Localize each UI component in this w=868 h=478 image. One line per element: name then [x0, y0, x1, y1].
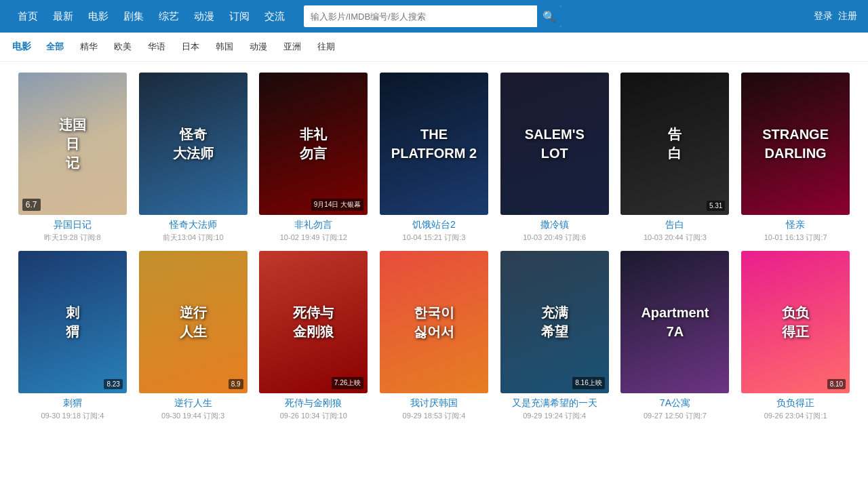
movie-title: 怪奇大法师 [170, 219, 217, 231]
movie-meta: 09-26 23:04 订阅:1 [764, 411, 827, 421]
movie-title: 负负得正 [776, 397, 814, 410]
search-box: 🔍 [304, 5, 561, 27]
movie-poster: 负负 得正8.10 [741, 251, 850, 393]
movie-poster: 한국이 싫어서 [380, 251, 488, 393]
movie-card-r1-6[interactable]: STRANGE DARLING怪亲10-01 16:13 订阅:7 [735, 70, 856, 248]
poster-text: THE PLATFORM 2 [384, 118, 484, 170]
main-nav: 首页最新电影剧集综艺动漫订阅交流 [11, 6, 292, 27]
date-badge: 8.10 [827, 379, 846, 389]
date-badge: 8.23 [104, 379, 122, 389]
movie-card-r2-4[interactable]: 充满 希望8.16上映又是充满希望的一天09-29 19:24 订阅:4 [494, 248, 615, 426]
movie-card-r2-6[interactable]: 负负 得正8.10负负得正09-26 23:04 订阅:1 [735, 248, 856, 426]
movie-meta: 09-29 19:24 订阅:4 [523, 411, 586, 421]
movie-title: 逆行人生 [174, 397, 212, 410]
subnav-item[interactable]: 欧美 [106, 38, 140, 56]
movie-title: 非礼勿言 [294, 219, 332, 231]
movie-card-r2-5[interactable]: Apartment 7A7A公寓09-27 12:50 订阅:7 [615, 248, 736, 426]
movie-card-r1-5[interactable]: 告 白5.31告白10-03 20:44 订阅:3 [615, 70, 736, 248]
movie-meta: 10-01 16:13 订阅:7 [764, 233, 827, 243]
nav-item-forum[interactable]: 交流 [258, 6, 292, 27]
subnav-category[interactable]: 电影 [12, 41, 31, 53]
search-input[interactable] [304, 5, 537, 27]
poster-text: 死侍与 金刚狼 [286, 296, 340, 348]
movie-poster: 非礼 勿言9月14日 大银幕 [259, 73, 368, 215]
subnav-item[interactable]: 全部 [38, 38, 72, 56]
movie-poster: 逆行 人生8.9 [139, 251, 248, 393]
date-badge: 9月14日 大银幕 [311, 199, 363, 211]
movie-poster: 告 白5.31 [620, 73, 729, 215]
nav-item-variety[interactable]: 综艺 [152, 6, 186, 27]
movie-meta: 09-29 18:53 订阅:4 [403, 411, 466, 421]
movie-card-r1-4[interactable]: SALEM'S LOT撒冷镇10-03 20:49 订阅:6 [494, 70, 615, 248]
nav-item-home[interactable]: 首页 [11, 6, 45, 27]
movie-meta: 09-27 12:50 订阅:7 [644, 411, 707, 421]
poster-text: 违国 日 记 [52, 108, 93, 179]
movie-meta: 10-03 20:44 订阅:3 [644, 233, 707, 243]
movie-poster: STRANGE DARLING [741, 73, 850, 215]
movie-card-r1-1[interactable]: 怪奇 大法师怪奇大法师前天13:04 订阅:10 [133, 70, 254, 248]
login-link[interactable]: 登录 [814, 10, 833, 22]
date-badge: 7.26上映 [332, 377, 363, 389]
movie-title: 又是充满希望的一天 [512, 397, 597, 410]
rating-badge: 6.7 [22, 199, 41, 211]
movie-card-r2-1[interactable]: 逆行 人生8.9逆行人生09-30 19:44 订阅:3 [133, 248, 254, 426]
search-button[interactable]: 🔍 [537, 5, 561, 27]
date-badge: 8.9 [229, 379, 243, 389]
nav-item-series[interactable]: 剧集 [117, 6, 151, 27]
poster-text: 怪奇 大法师 [166, 118, 220, 170]
movie-card-r2-3[interactable]: 한국이 싫어서我讨厌韩国09-29 18:53 订阅:4 [374, 248, 494, 426]
nav-item-subscribe[interactable]: 订阅 [222, 6, 256, 27]
header: 首页最新电影剧集综艺动漫订阅交流 🔍 登录 注册 [0, 0, 868, 33]
poster-text: 非礼 勿言 [293, 118, 334, 170]
movie-meta: 09-30 19:18 订阅:4 [41, 411, 104, 421]
movie-title: 死侍与金刚狼 [285, 397, 342, 410]
movie-card-r1-2[interactable]: 非礼 勿言9月14日 大银幕非礼勿言10-02 19:49 订阅:12 [253, 70, 374, 248]
movie-title: 怪亲 [786, 219, 805, 231]
movie-meta: 10-03 20:49 订阅:6 [523, 233, 586, 243]
poster-text: STRANGE DARLING [755, 118, 835, 170]
movie-title: 撒冷镇 [540, 219, 569, 231]
movie-card-r1-0[interactable]: 违国 日 记6.7异国日记昨天19:28 订阅:8 [12, 70, 133, 248]
movie-meta: 10-02 19:49 订阅:12 [280, 233, 347, 243]
movie-meta: 09-30 19:44 订阅:3 [161, 411, 224, 421]
movie-card-r1-3[interactable]: THE PLATFORM 2饥饿站台210-04 15:21 订阅:3 [374, 70, 494, 248]
poster-text: 逆行 人生 [173, 296, 214, 348]
subnav-item[interactable]: 精华 [72, 38, 106, 56]
subnav-item[interactable]: 韩国 [208, 38, 241, 56]
nav-item-anime[interactable]: 动漫 [187, 6, 221, 27]
poster-text: SALEM'S LOT [518, 118, 591, 170]
movie-poster: 充满 希望8.16上映 [500, 251, 609, 393]
poster-text: Apartment 7A [634, 296, 715, 348]
movie-poster: Apartment 7A [620, 251, 729, 393]
movie-poster: 死侍与 金刚狼7.26上映 [259, 251, 368, 393]
register-link[interactable]: 注册 [838, 10, 857, 22]
subnav-item[interactable]: 华语 [140, 38, 174, 56]
poster-text: 充满 希望 [534, 296, 575, 348]
poster-text: 告 白 [661, 118, 688, 170]
subnav-item[interactable]: 动漫 [241, 38, 275, 56]
movie-title: 异国日记 [54, 219, 92, 231]
movie-card-r2-0[interactable]: 刺 猬8.23刺猬09-30 19:18 订阅:4 [12, 248, 133, 426]
movie-poster: 怪奇 大法师 [139, 73, 248, 215]
poster-text: 刺 猬 [59, 296, 86, 348]
movie-poster: THE PLATFORM 2 [380, 73, 488, 215]
movie-meta: 前天13:04 订阅:10 [163, 233, 224, 243]
movie-title: 我讨厌韩国 [410, 397, 458, 410]
movie-title: 饥饿站台2 [412, 219, 456, 231]
movie-title: 告白 [665, 219, 684, 231]
movie-card-r2-2[interactable]: 死侍与 金刚狼7.26上映死侍与金刚狼09-26 10:34 订阅:10 [253, 248, 374, 426]
poster-text: 负负 得正 [775, 296, 816, 348]
movie-grid-row1: 违国 日 记6.7异国日记昨天19:28 订阅:8怪奇 大法师怪奇大法师前天13… [0, 62, 868, 248]
movie-meta: 昨天19:28 订阅:8 [44, 233, 101, 243]
movie-title: 刺猬 [63, 397, 82, 410]
subnav: 电影全部精华欧美华语日本韩国动漫亚洲往期 [0, 33, 868, 62]
header-right: 登录 注册 [814, 10, 857, 22]
subnav-item[interactable]: 日本 [174, 38, 208, 56]
subnav-item[interactable]: 亚洲 [275, 38, 309, 56]
nav-item-latest[interactable]: 最新 [46, 6, 80, 27]
movie-title: 7A公寓 [660, 397, 690, 410]
movie-grid-row2: 刺 猬8.23刺猬09-30 19:18 订阅:4逆行 人生8.9逆行人生09-… [0, 248, 868, 435]
subnav-item[interactable]: 往期 [309, 38, 343, 56]
nav-item-movie[interactable]: 电影 [81, 6, 115, 27]
movie-meta: 10-04 15:21 订阅:3 [403, 233, 466, 243]
